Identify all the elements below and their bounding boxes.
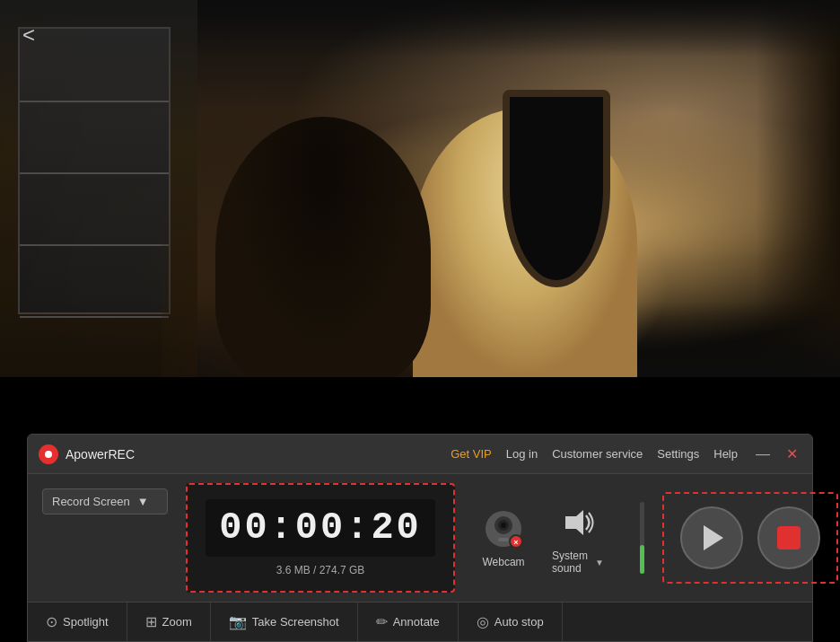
- stop-icon: [777, 526, 801, 550]
- volume-bar: [640, 502, 644, 574]
- volume-fill: [640, 545, 644, 574]
- help-button[interactable]: Help: [713, 447, 738, 461]
- app-name: ApowerREC: [66, 447, 135, 462]
- timer-display: 00:00:20: [206, 499, 435, 557]
- webcam-icon: ×: [482, 507, 525, 550]
- door-background: [503, 90, 610, 287]
- sound-control[interactable]: System sound ▼: [552, 501, 604, 575]
- screenshot-label: Take Screenshot: [252, 615, 339, 629]
- settings-button[interactable]: Settings: [657, 447, 699, 461]
- person-dark-hair: [215, 117, 431, 377]
- sound-icon: [556, 501, 599, 544]
- autostop-icon: ◎: [477, 613, 489, 630]
- play-icon: [704, 525, 723, 550]
- action-buttons: [662, 492, 838, 584]
- app-panel: ApowerREC Get VIP Log in Customer servic…: [27, 434, 813, 642]
- storage-info: 3.6 MB / 274.7 GB: [206, 564, 435, 576]
- get-vip-button[interactable]: Get VIP: [451, 447, 492, 461]
- spotlight-icon: ⊙: [46, 613, 57, 630]
- title-nav: Get VIP Log in Customer service Settings…: [451, 447, 738, 461]
- webcam-label: Webcam: [482, 556, 524, 568]
- stop-button[interactable]: [757, 506, 820, 569]
- autostop-label: Auto stop: [494, 615, 544, 629]
- login-button[interactable]: Log in: [506, 447, 538, 461]
- close-button[interactable]: ✕: [783, 444, 801, 464]
- annotate-icon: ✏: [376, 613, 388, 630]
- timer-container: 00:00:20 3.6 MB / 274.7 GB: [186, 483, 455, 593]
- window-controls: — ✕: [752, 444, 801, 464]
- zoom-item[interactable]: ⊞ Zoom: [127, 602, 211, 641]
- video-background: [0, 0, 840, 377]
- video-area: <: [0, 0, 840, 377]
- shelf-rack: [18, 27, 171, 314]
- mode-dropdown[interactable]: Record Screen ▼: [42, 488, 168, 514]
- svg-text:×: ×: [513, 538, 518, 547]
- zoom-label: Zoom: [162, 615, 192, 629]
- camera-icon: 📷: [229, 613, 247, 630]
- sound-dropdown-arrow[interactable]: ▼: [595, 558, 604, 567]
- annotate-label: Annotate: [393, 615, 440, 629]
- screenshot-item[interactable]: 📷 Take Screenshot: [211, 602, 358, 641]
- people-area: [162, 72, 682, 377]
- spotlight-item[interactable]: ⊙ Spotlight: [28, 602, 127, 641]
- av-controls: × Webcam System sound ▼: [482, 501, 644, 575]
- play-button[interactable]: [680, 506, 743, 569]
- svg-rect-4: [498, 538, 509, 541]
- mode-label: Record Screen: [52, 495, 130, 508]
- autostop-item[interactable]: ◎ Auto stop: [459, 602, 563, 641]
- spotlight-label: Spotlight: [63, 615, 109, 629]
- back-button[interactable]: <: [18, 18, 39, 52]
- title-bar: ApowerREC Get VIP Log in Customer servic…: [28, 435, 812, 474]
- annotate-item[interactable]: ✏ Annotate: [358, 602, 459, 641]
- chevron-down-icon: ▼: [137, 495, 149, 508]
- webcam-control[interactable]: × Webcam: [482, 507, 525, 568]
- main-content: Record Screen ▼ 00:00:20 3.6 MB / 274.7 …: [28, 474, 812, 602]
- app-logo: [39, 444, 58, 464]
- bottom-toolbar: ⊙ Spotlight ⊞ Zoom 📷 Take Screenshot ✏ A…: [28, 602, 812, 641]
- zoom-icon: ⊞: [145, 613, 157, 630]
- svg-marker-7: [565, 510, 583, 535]
- minimize-button[interactable]: —: [752, 444, 774, 464]
- sound-label: System sound: [552, 550, 591, 575]
- svg-point-3: [501, 523, 506, 528]
- timer-box: 00:00:20 3.6 MB / 274.7 GB: [186, 483, 455, 593]
- customer-service-button[interactable]: Customer service: [552, 447, 643, 461]
